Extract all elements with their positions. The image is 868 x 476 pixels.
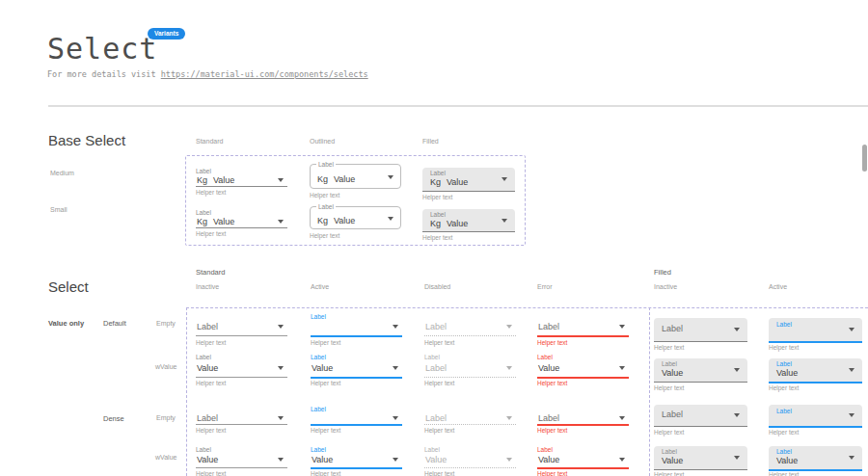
select-standard-disabled-dense-wvalue[interactable]: LabelValueHelper text xyxy=(424,445,516,476)
select-underline xyxy=(424,424,516,425)
select-filled-box: Label xyxy=(769,318,862,343)
dropdown-arrow-icon xyxy=(278,325,284,329)
select-underline xyxy=(311,335,402,337)
dropdown-arrow-icon xyxy=(393,416,398,420)
row-variant-dense-empty: Empty xyxy=(156,414,176,421)
select-label: Label xyxy=(776,448,792,455)
helper-text: Helper text xyxy=(537,470,567,476)
helper-text: Helper text xyxy=(196,230,226,237)
select-value-prefix: Kg xyxy=(197,217,207,226)
select-filled-inactive-dense-empty[interactable]: LabelHelper text xyxy=(654,405,747,438)
dropdown-arrow-icon xyxy=(506,366,512,370)
helper-text: Helper text xyxy=(654,429,684,436)
helper-text: Helper text xyxy=(310,232,339,239)
helper-text: Helper text xyxy=(769,384,799,391)
dropdown-arrow-icon xyxy=(502,219,507,223)
select-value-text: Value xyxy=(334,216,355,225)
select-standard-error-dense-wvalue[interactable]: LabelValueHelper text xyxy=(537,445,629,476)
select-filled-inactive-default-wvalue[interactable]: LabelValueHelper text xyxy=(654,358,747,394)
docs-link[interactable]: https://material-ui.com/components/selec… xyxy=(161,69,368,79)
helper-text: Helper text xyxy=(424,470,454,476)
helper-text: Helper text xyxy=(769,471,799,476)
helper-text: Helper text xyxy=(654,344,684,351)
dropdown-arrow-icon xyxy=(506,416,512,420)
helper-text: Helper text xyxy=(422,194,452,200)
select-value: Label xyxy=(425,363,447,373)
select-value: Label xyxy=(425,322,447,331)
state-header-active: Active xyxy=(311,283,329,290)
helper-text: Helper text xyxy=(311,427,340,434)
base-select-filled-small[interactable]: LabelKgValueHelper text xyxy=(422,209,515,249)
select-filled-active-dense-empty[interactable]: LabelHelper text xyxy=(769,405,862,438)
base-select-standard-medium[interactable]: LabelKgValueHelper text xyxy=(196,166,287,198)
helper-text: Helper text xyxy=(310,192,339,198)
select-label: Label xyxy=(662,360,677,367)
select-filled-active-dense-wvalue[interactable]: LabelValueHelper text xyxy=(769,446,862,476)
select-value-text: Value xyxy=(334,174,355,184)
dropdown-arrow-icon xyxy=(734,368,740,372)
select-value: Value xyxy=(197,363,218,373)
row-group-dense: Dense xyxy=(103,414,124,423)
select-value: Label xyxy=(662,410,683,419)
select-container-divider xyxy=(649,307,650,476)
helper-text: Helper text xyxy=(311,380,340,386)
subtitle: For more details visit https://material-… xyxy=(47,69,368,79)
select-filled-box: LabelValue xyxy=(769,446,862,471)
select-value: Value xyxy=(662,456,683,465)
select-label: Label xyxy=(316,203,336,210)
helper-text: Helper text xyxy=(537,427,567,434)
row-variant-dense-wvalue: wValue xyxy=(155,454,176,461)
select-value: Label xyxy=(197,322,218,331)
select-value-prefix: Kg xyxy=(317,216,328,225)
dropdown-arrow-icon xyxy=(849,368,854,372)
helper-text: Helper text xyxy=(654,384,684,391)
select-value: Value xyxy=(538,363,559,373)
state-header-filled-inactive: Inactive xyxy=(654,283,677,290)
dropdown-arrow-icon xyxy=(278,220,284,224)
select-filled-inactive-dense-wvalue[interactable]: LabelValueHelper text xyxy=(654,446,747,476)
subtitle-text: For more details visit xyxy=(47,69,156,79)
base-select-standard-small[interactable]: LabelKgValueHelper text xyxy=(196,207,287,240)
helper-text: Helper text xyxy=(424,339,454,346)
base-select-filled-medium[interactable]: LabelKgValueHelper text xyxy=(422,168,515,208)
select-standard-active-dense-wvalue[interactable]: LabelValueHelper text xyxy=(311,445,402,476)
dropdown-arrow-icon xyxy=(619,325,625,329)
helper-text: Helper text xyxy=(196,339,226,346)
select-filled-box: LabelValue xyxy=(654,358,747,383)
select-value-text: Value xyxy=(447,219,468,228)
dropdown-arrow-icon xyxy=(619,366,625,370)
select-value: Label xyxy=(197,413,218,423)
select-value-prefix: Kg xyxy=(317,174,328,184)
base-select-outlined-medium[interactable]: LabelKgValueHelper text xyxy=(310,164,401,206)
select-value: Value xyxy=(312,455,333,464)
helper-text: Helper text xyxy=(311,339,340,346)
select-value: Label xyxy=(538,413,559,423)
select-value: Value xyxy=(197,455,218,464)
base-select-outlined-small[interactable]: LabelKgValueHelper text xyxy=(310,206,401,247)
dropdown-arrow-icon xyxy=(734,456,740,460)
select-value: KgValue xyxy=(430,219,468,228)
scrollbar-thumb[interactable] xyxy=(862,145,867,172)
select-standard-inactive-dense-wvalue[interactable]: LabelValueHelper text xyxy=(196,445,287,476)
select-underline xyxy=(424,467,516,468)
select-value-text: Value xyxy=(213,217,234,226)
select-filled-active-default-empty[interactable]: LabelHelper text xyxy=(769,318,862,354)
dropdown-arrow-icon xyxy=(619,458,625,462)
select-underline xyxy=(311,424,402,426)
select-filled-box: LabelValue xyxy=(769,358,862,383)
header-divider xyxy=(48,105,868,107)
select-filled-box: Label xyxy=(654,318,747,342)
select-filled-inactive-default-empty[interactable]: LabelHelper text xyxy=(654,318,747,354)
select-underline xyxy=(537,424,629,426)
select-label: Label xyxy=(430,170,446,176)
helper-text: Helper text xyxy=(769,429,799,436)
state-header-filled-active: Active xyxy=(769,283,787,290)
select-filled-active-default-wvalue[interactable]: LabelValueHelper text xyxy=(769,358,862,394)
select-container-border-top xyxy=(186,307,868,308)
select-value: Value xyxy=(538,455,559,464)
select-value: KgValue xyxy=(197,175,234,185)
dropdown-arrow-icon xyxy=(619,416,625,420)
dropdown-arrow-icon xyxy=(388,217,393,221)
helper-text: Helper text xyxy=(196,427,226,434)
column-header-outlined: Outlined xyxy=(310,138,335,145)
